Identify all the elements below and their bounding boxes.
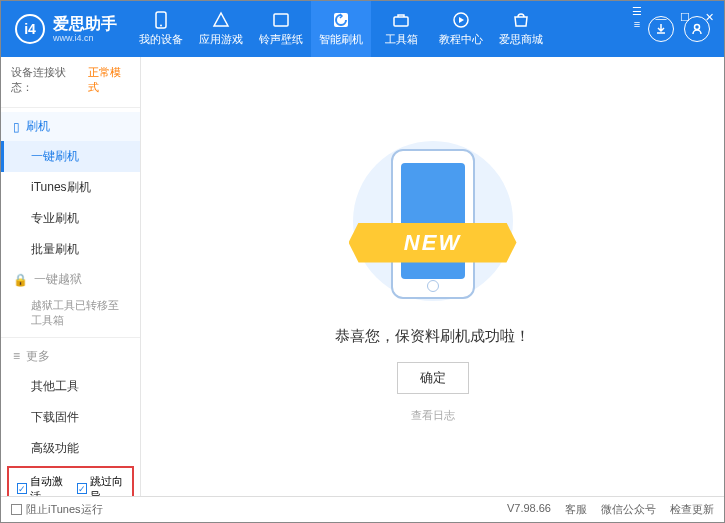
section-more[interactable]: ≡ 更多: [1, 342, 140, 371]
lock-icon: 🔒: [13, 273, 28, 287]
sidebar-item-download-firmware[interactable]: 下载固件: [1, 402, 140, 433]
app-window: ☰ ≡ — ☐ ✕ i4 爱思助手 www.i4.cn 我的设备 应用游戏 铃声…: [0, 0, 725, 523]
checkmark-icon: ✓: [17, 483, 27, 494]
block-itunes-checkbox[interactable]: 阻止iTunes运行: [11, 502, 103, 517]
checkbox-auto-activate[interactable]: ✓ 自动激活: [17, 474, 65, 496]
version-label: V7.98.66: [507, 502, 551, 517]
header: i4 爱思助手 www.i4.cn 我的设备 应用游戏 铃声壁纸 智能刷机: [1, 1, 724, 57]
phone-icon: ▯: [13, 120, 20, 134]
nav-apps-games[interactable]: 应用游戏: [191, 1, 251, 57]
toolbox-icon: [392, 11, 410, 29]
checkbox-highlight: ✓ 自动激活 ✓ 跳过向导: [7, 466, 134, 496]
logo-icon: i4: [15, 14, 45, 44]
success-message: 恭喜您，保资料刷机成功啦！: [335, 327, 530, 346]
jailbreak-note: 越狱工具已转移至工具箱: [1, 294, 140, 333]
nav-store[interactable]: 爱思商城: [491, 1, 551, 57]
statusbar: 阻止iTunes运行 V7.98.66 客服 微信公众号 检查更新: [1, 496, 724, 522]
new-banner: NEW: [349, 223, 517, 263]
sidebar-item-pro-flash[interactable]: 专业刷机: [1, 203, 140, 234]
phone-icon: [152, 11, 170, 29]
sidebar-item-other-tools[interactable]: 其他工具: [1, 371, 140, 402]
minimize-icon[interactable]: —: [654, 12, 668, 24]
check-update-link[interactable]: 检查更新: [670, 502, 714, 517]
nav-ringtones[interactable]: 铃声壁纸: [251, 1, 311, 57]
close-icon[interactable]: ✕: [702, 11, 716, 24]
wechat-link[interactable]: 微信公众号: [601, 502, 656, 517]
app-url: www.i4.cn: [53, 33, 117, 44]
checkbox-skip-guide[interactable]: ✓ 跳过向导: [77, 474, 125, 496]
more-icon: ≡: [13, 349, 20, 363]
success-illustration: NEW: [353, 131, 513, 311]
nav-toolbox[interactable]: 工具箱: [371, 1, 431, 57]
svg-point-1: [160, 25, 162, 27]
section-flash[interactable]: ▯ 刷机: [1, 112, 140, 141]
customer-service-link[interactable]: 客服: [565, 502, 587, 517]
body: 设备连接状态： 正常模式 ▯ 刷机 一键刷机 iTunes刷机 专业刷机 批量刷…: [1, 57, 724, 496]
flash-icon: [332, 11, 350, 29]
checkbox-icon: [11, 504, 22, 515]
svg-rect-4: [394, 17, 408, 26]
sidebar-item-oneclick-flash[interactable]: 一键刷机: [1, 141, 140, 172]
top-nav: 我的设备 应用游戏 铃声壁纸 智能刷机 工具箱 教程中心: [131, 1, 551, 57]
nav-tutorials[interactable]: 教程中心: [431, 1, 491, 57]
nav-my-device[interactable]: 我的设备: [131, 1, 191, 57]
store-icon: [512, 11, 530, 29]
sidebar-item-itunes-flash[interactable]: iTunes刷机: [1, 172, 140, 203]
tutorial-icon: [452, 11, 470, 29]
logo: i4 爱思助手 www.i4.cn: [1, 1, 131, 57]
wallpaper-icon: [272, 11, 290, 29]
app-title: 爱思助手: [53, 14, 117, 33]
nav-smart-flash[interactable]: 智能刷机: [311, 1, 371, 57]
main-content: NEW 恭喜您，保资料刷机成功啦！ 确定 查看日志: [141, 57, 724, 496]
titlebar: ☰ ≡ — ☐ ✕: [630, 5, 716, 30]
checkmark-icon: ✓: [77, 483, 87, 494]
sidebar-item-advanced[interactable]: 高级功能: [1, 433, 140, 464]
menu-icon[interactable]: ☰ ≡: [630, 5, 644, 30]
apps-icon: [212, 11, 230, 29]
maximize-icon[interactable]: ☐: [678, 11, 692, 24]
sidebar: 设备连接状态： 正常模式 ▯ 刷机 一键刷机 iTunes刷机 专业刷机 批量刷…: [1, 57, 141, 496]
section-jailbreak: 🔒 一键越狱: [1, 265, 140, 294]
confirm-button[interactable]: 确定: [397, 362, 469, 394]
view-log-link[interactable]: 查看日志: [411, 408, 455, 423]
connection-mode: 正常模式: [88, 65, 130, 95]
sidebar-item-batch-flash[interactable]: 批量刷机: [1, 234, 140, 265]
svg-rect-2: [274, 14, 288, 26]
connection-status: 设备连接状态： 正常模式: [1, 57, 140, 103]
